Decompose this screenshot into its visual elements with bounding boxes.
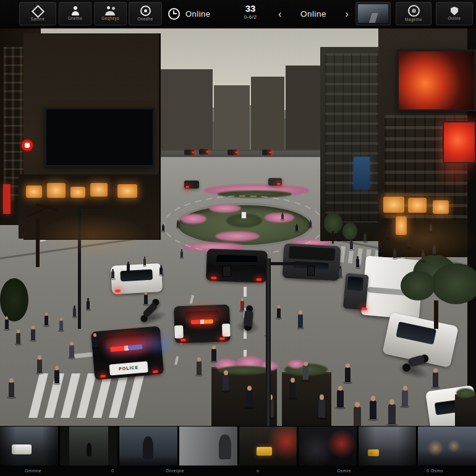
pedestrian bbox=[37, 359, 42, 373]
pedestrian bbox=[295, 225, 298, 231]
pedestrian bbox=[354, 407, 361, 426]
pedestrian bbox=[407, 240, 410, 247]
thumbnail-2[interactable] bbox=[60, 426, 118, 465]
hud-tile-label: Gnethe bbox=[68, 17, 83, 21]
pedestrian bbox=[127, 263, 130, 271]
hud-tile-character[interactable]: Gnethe bbox=[59, 2, 91, 25]
pedestrian bbox=[177, 221, 179, 227]
pedestrian bbox=[181, 251, 183, 257]
thumbnail-5[interactable] bbox=[239, 426, 297, 465]
pedestrian bbox=[345, 367, 351, 382]
mode-selector-label: Online bbox=[300, 9, 326, 19]
pedestrian bbox=[143, 258, 146, 265]
next-arrow-button[interactable]: › bbox=[342, 9, 351, 19]
map-preview-image bbox=[358, 4, 388, 23]
game-viewport[interactable]: POLICE bbox=[0, 28, 476, 426]
hud-tile-label: Onedhe bbox=[137, 17, 153, 22]
thumbnail-3[interactable] bbox=[119, 426, 177, 465]
pedestrian bbox=[337, 390, 344, 407]
thumbnail-strip bbox=[0, 426, 476, 465]
pedestrian bbox=[388, 404, 396, 424]
hud-tile-emblem[interactable]: Samne bbox=[19, 2, 56, 25]
pedestrian bbox=[339, 268, 342, 277]
hud-tile-label: Geqheys bbox=[101, 17, 119, 21]
pedestrian bbox=[281, 214, 284, 219]
pedestrian bbox=[422, 252, 425, 261]
person-icon bbox=[71, 6, 80, 15]
lamp-arm bbox=[78, 206, 105, 209]
prev-arrow-button[interactable]: ‹ bbox=[276, 9, 284, 19]
pedestrian bbox=[87, 300, 90, 309]
pedestrian bbox=[433, 372, 438, 387]
pedestrian bbox=[393, 250, 396, 258]
shield-icon bbox=[451, 7, 458, 15]
bottom-label: 0 bbox=[111, 469, 114, 473]
thumbnail-4[interactable] bbox=[179, 426, 237, 465]
pedestrian bbox=[378, 245, 381, 253]
bottom-label: Gsmre bbox=[337, 469, 351, 473]
pedestrian bbox=[309, 221, 312, 227]
pedestrian bbox=[144, 294, 148, 304]
pedestrian bbox=[111, 271, 114, 278]
pedestrian bbox=[337, 232, 340, 240]
session-status-label: Online bbox=[185, 9, 211, 19]
game-window: Samne Gnethe Geqheys Onedhe Online 33 0-… bbox=[0, 0, 476, 476]
pedestrian bbox=[45, 315, 48, 325]
pedestrian bbox=[430, 225, 432, 231]
pedestrian bbox=[159, 267, 163, 274]
lamp-pole bbox=[78, 205, 81, 329]
pedestrian bbox=[73, 308, 76, 317]
bottom-label: 0 Osmo bbox=[427, 469, 443, 473]
bottom-label: o bbox=[257, 469, 259, 473]
bottom-label: Gmmne bbox=[25, 469, 41, 473]
pedestrian bbox=[277, 308, 281, 318]
traffic-signal bbox=[307, 266, 315, 276]
pedestrian bbox=[370, 401, 376, 419]
pedestrian bbox=[246, 390, 253, 407]
pedestrian bbox=[211, 349, 216, 361]
thumbnail-7[interactable] bbox=[359, 426, 417, 465]
hud-tile-map-preview[interactable] bbox=[355, 2, 391, 25]
hud-tile-shield[interactable]: Ouline bbox=[436, 2, 473, 25]
pedestrian bbox=[350, 241, 353, 249]
pedestrian bbox=[9, 382, 14, 397]
diamond-icon bbox=[31, 5, 44, 18]
top-hud-bar: Samne Gnethe Geqheys Onedhe Online 33 0-… bbox=[0, 0, 476, 28]
pedestrian bbox=[197, 361, 202, 375]
signal-pole bbox=[266, 258, 271, 426]
pedestrian bbox=[93, 336, 97, 347]
hud-tile-objective[interactable]: Onedhe bbox=[129, 2, 162, 25]
pedestrian bbox=[289, 382, 295, 398]
player-counter: 33 0-6/2 bbox=[237, 4, 264, 20]
pedestrian bbox=[298, 314, 303, 328]
mode-selector: ‹ Online › bbox=[276, 0, 351, 28]
thumbnail-1[interactable] bbox=[0, 426, 58, 465]
radar-icon bbox=[408, 5, 420, 17]
pedestrian bbox=[54, 370, 59, 383]
pedestrian bbox=[59, 320, 63, 330]
bottom-label: Onreqne bbox=[166, 469, 184, 473]
hud-tile-radar[interactable]: Magethe bbox=[396, 2, 431, 25]
pedestrian bbox=[240, 300, 244, 310]
traffic-signal bbox=[223, 266, 231, 277]
pedestrians-layer bbox=[0, 28, 476, 426]
pedestrian bbox=[386, 231, 389, 238]
session-status[interactable]: Online bbox=[168, 0, 211, 28]
hud-tile-label: Ouline bbox=[448, 17, 461, 21]
pedestrian bbox=[433, 246, 436, 254]
pedestrian bbox=[162, 225, 164, 231]
thumbnail-6[interactable] bbox=[299, 426, 357, 465]
pedestrian bbox=[16, 333, 20, 344]
pedestrian bbox=[402, 390, 408, 406]
bottom-label-bar: Gmmne 0 Onreqne o Gsmre 0 Osmo bbox=[0, 465, 476, 476]
pedestrian bbox=[318, 399, 325, 418]
thumbnail-8[interactable] bbox=[418, 426, 476, 465]
player-counter-value: 33 bbox=[237, 4, 264, 14]
player-counter-sub: 0-6/2 bbox=[237, 14, 264, 20]
hud-tile-crew[interactable]: Geqheys bbox=[94, 2, 127, 25]
people-icon bbox=[105, 6, 116, 15]
pedestrian bbox=[356, 258, 359, 267]
pedestrian bbox=[363, 234, 367, 241]
target-icon bbox=[140, 6, 151, 16]
hud-tile-label: Magethe bbox=[405, 18, 422, 22]
